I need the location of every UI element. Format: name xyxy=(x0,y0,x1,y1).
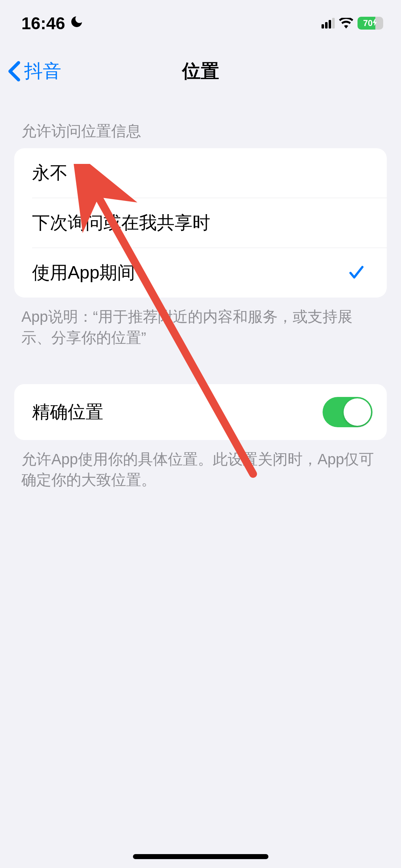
precise-location-toggle[interactable] xyxy=(323,397,372,427)
location-access-footer: App说明：“用于推荐附近的内容和服务，或支持展示、分享你的位置” xyxy=(0,298,401,348)
checkmark-icon xyxy=(348,264,365,282)
toggle-knob xyxy=(344,398,371,426)
status-time: 16:46 xyxy=(21,14,65,33)
wifi-icon xyxy=(339,18,353,29)
option-label: 永不 xyxy=(32,161,68,185)
option-label: 下次询问或在我共享时 xyxy=(32,211,210,235)
status-bar: 16:46 70 xyxy=(0,0,401,36)
option-never[interactable]: 永不 xyxy=(14,148,387,198)
location-access-group: 永不 下次询问或在我共享时 使用App期间 xyxy=(14,148,387,298)
chevron-left-icon xyxy=(7,61,21,82)
precise-location-row[interactable]: 精确位置 xyxy=(14,384,387,440)
back-button[interactable]: 抖音 xyxy=(7,59,61,84)
option-ask-next-time[interactable]: 下次询问或在我共享时 xyxy=(14,198,387,248)
nav-bar: 抖音 位置 xyxy=(0,36,401,86)
battery-icon: 70 xyxy=(358,17,383,30)
dnd-moon-icon xyxy=(70,15,84,32)
page-title: 位置 xyxy=(182,59,219,84)
option-while-using[interactable]: 使用App期间 xyxy=(14,248,387,298)
precise-location-group: 精确位置 xyxy=(14,384,387,440)
status-left: 16:46 xyxy=(21,14,84,33)
cellular-signal-icon xyxy=(322,18,335,29)
option-label: 使用App期间 xyxy=(32,261,135,285)
location-access-header: 允许访问位置信息 xyxy=(0,86,401,148)
home-indicator[interactable] xyxy=(133,854,268,859)
charging-bolt-icon xyxy=(372,19,377,28)
precise-location-label: 精确位置 xyxy=(32,400,103,424)
back-label: 抖音 xyxy=(24,59,61,84)
precise-location-footer: 允许App使用你的具体位置。此设置关闭时，App仅可确定你的大致位置。 xyxy=(0,440,401,491)
status-right: 70 xyxy=(322,17,383,30)
